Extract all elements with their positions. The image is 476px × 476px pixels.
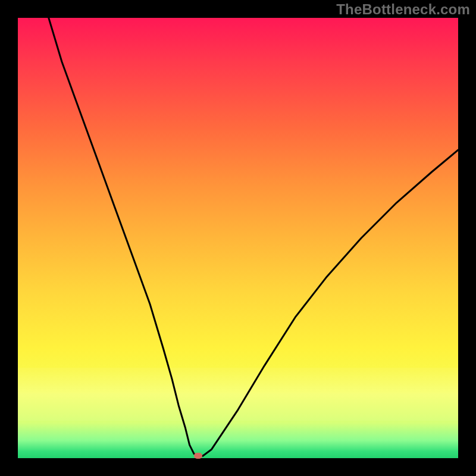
bottleneck-curve: [49, 18, 458, 456]
chart-frame: TheBottleneck.com: [0, 0, 476, 476]
plot-area: [18, 18, 458, 458]
highlight-band: [18, 368, 458, 421]
optimal-marker: [194, 453, 202, 459]
curve-svg: [18, 18, 458, 458]
watermark-text: TheBottleneck.com: [336, 1, 470, 18]
